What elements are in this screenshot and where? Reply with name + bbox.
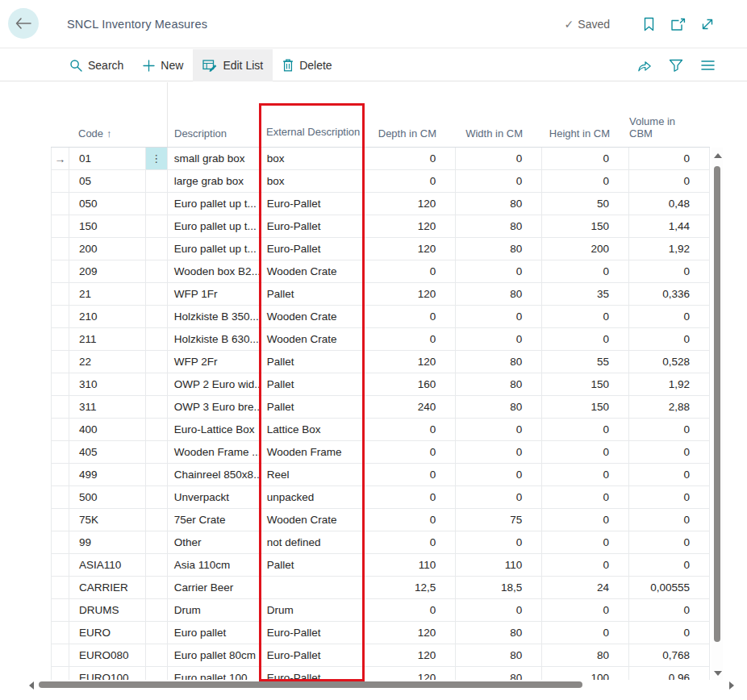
row-menu-cell[interactable] (146, 599, 168, 621)
cell-code[interactable]: 05 (69, 170, 146, 192)
cell-height[interactable]: 150 (542, 215, 629, 237)
cell-code[interactable]: 200 (69, 238, 146, 260)
cell-external-description[interactable]: box (261, 170, 365, 192)
cell-volume[interactable]: 0,528 (629, 351, 710, 373)
cell-volume[interactable]: 0,336 (629, 283, 710, 305)
row-selector-cell[interactable] (52, 577, 69, 598)
cell-height[interactable]: 55 (542, 351, 629, 373)
cell-volume[interactable]: 0 (629, 306, 710, 327)
cell-depth[interactable]: 0 (365, 148, 456, 169)
cell-volume[interactable]: 0 (629, 441, 710, 463)
row-menu-cell[interactable] (146, 328, 168, 350)
cell-width[interactable]: 80 (456, 238, 542, 260)
cell-height[interactable]: 0 (542, 622, 629, 644)
new-button[interactable]: New (133, 49, 193, 81)
cell-height[interactable]: 0 (542, 599, 629, 621)
cell-description[interactable]: Euro pallet up t... (168, 215, 261, 237)
cell-depth[interactable]: 120 (365, 283, 456, 305)
cell-width[interactable]: 0 (456, 328, 542, 350)
cell-height[interactable]: 0 (542, 509, 629, 531)
row-selector-cell[interactable] (52, 238, 69, 260)
cell-volume[interactable]: 0 (629, 531, 710, 553)
cell-depth[interactable]: 0 (365, 260, 456, 282)
cell-description[interactable]: Euro pallet 80cm (168, 644, 261, 666)
cell-code[interactable]: EURO100 (69, 667, 146, 680)
cell-description[interactable]: Asia 110cm (168, 554, 261, 576)
cell-code[interactable]: 211 (69, 328, 146, 350)
cell-volume[interactable]: 0,96 (629, 667, 710, 680)
row-menu-cell[interactable] (146, 170, 168, 192)
cell-width[interactable]: 0 (456, 148, 542, 169)
cell-external-description[interactable]: Euro-Pallet (261, 622, 365, 644)
cell-depth[interactable]: 0 (365, 509, 456, 531)
cell-description[interactable]: Wooden Frame ... (168, 441, 261, 463)
bookmark-icon[interactable] (641, 17, 657, 32)
cell-width[interactable]: 110 (456, 554, 542, 576)
share-icon[interactable] (637, 58, 652, 73)
cell-height[interactable]: 0 (542, 554, 629, 576)
cell-depth[interactable]: 0 (365, 419, 456, 440)
cell-width[interactable]: 0 (456, 441, 542, 463)
cell-width[interactable]: 80 (456, 667, 542, 680)
vertical-scrollbar-thumb[interactable] (714, 166, 720, 642)
row-selector-cell[interactable] (52, 419, 69, 440)
row-menu-cell[interactable] (146, 215, 168, 237)
cell-volume[interactable]: 0,00555 (629, 577, 710, 598)
cell-width[interactable]: 80 (456, 396, 542, 418)
expand-icon[interactable] (699, 17, 715, 32)
row-selector-cell[interactable] (52, 554, 69, 576)
cell-height[interactable]: 0 (542, 148, 629, 169)
edit-list-button[interactable]: Edit List (193, 49, 273, 81)
scroll-up-arrow-icon[interactable] (714, 153, 722, 158)
cell-depth[interactable]: 120 (365, 215, 456, 237)
cell-depth[interactable]: 0 (365, 531, 456, 553)
cell-code[interactable]: 405 (69, 441, 146, 463)
cell-volume[interactable]: 0 (629, 328, 710, 350)
cell-code[interactable]: 01 (69, 148, 146, 169)
row-menu-cell[interactable] (146, 577, 168, 598)
cell-external-description[interactable]: Pallet (261, 283, 365, 305)
cell-external-description[interactable]: box (261, 148, 365, 169)
cell-external-description[interactable]: Drum (261, 599, 365, 621)
row-menu-cell[interactable] (146, 238, 168, 260)
cell-height[interactable]: 35 (542, 283, 629, 305)
cell-external-description[interactable]: Pallet (261, 554, 365, 576)
cell-height[interactable]: 0 (542, 328, 629, 350)
cell-depth[interactable]: 0 (365, 599, 456, 621)
cell-depth[interactable]: 12,5 (365, 577, 456, 598)
cell-external-description[interactable]: Reel (261, 464, 365, 485)
vertical-scrollbar[interactable] (712, 148, 723, 680)
cell-code[interactable]: EURO (69, 622, 146, 644)
cell-width[interactable]: 80 (456, 193, 542, 215)
row-selector-cell[interactable] (52, 464, 69, 485)
column-header-description[interactable]: Description (167, 82, 260, 147)
cell-description[interactable]: Euro-Lattice Box (168, 419, 261, 440)
row-menu-cell[interactable] (146, 486, 168, 508)
cell-external-description[interactable]: Pallet (261, 373, 365, 395)
cell-volume[interactable]: 1,92 (629, 238, 710, 260)
cell-description[interactable]: Euro pallet up t... (168, 238, 261, 260)
cell-description[interactable]: Wooden box B2... (168, 260, 261, 282)
cell-width[interactable]: 0 (456, 260, 542, 282)
row-selector-cell[interactable] (52, 667, 69, 680)
cell-external-description[interactable]: Wooden Crate (261, 509, 365, 531)
row-menu-cell[interactable] (146, 441, 168, 463)
cell-description[interactable]: Euro pallet 100... (168, 667, 261, 680)
cell-height[interactable]: 100 (542, 667, 629, 680)
row-selector-cell[interactable] (52, 215, 69, 237)
cell-description[interactable]: Holzkiste B 350... (168, 306, 261, 327)
cell-width[interactable]: 80 (456, 215, 542, 237)
cell-external-description[interactable]: Lattice Box (261, 419, 365, 440)
cell-width[interactable]: 18,5 (456, 577, 542, 598)
cell-description[interactable]: Holzkiste B 630... (168, 328, 261, 350)
cell-description[interactable]: Carrier Beer (168, 577, 261, 598)
cell-height[interactable]: 0 (542, 260, 629, 282)
cell-depth[interactable]: 0 (365, 441, 456, 463)
cell-depth[interactable]: 110 (365, 554, 456, 576)
cell-code[interactable]: 500 (69, 486, 146, 508)
cell-external-description[interactable]: unpacked (261, 486, 365, 508)
cell-width[interactable]: 0 (456, 464, 542, 485)
filter-icon[interactable] (669, 58, 683, 73)
cell-height[interactable]: 200 (542, 238, 629, 260)
cell-height[interactable]: 50 (542, 193, 629, 215)
